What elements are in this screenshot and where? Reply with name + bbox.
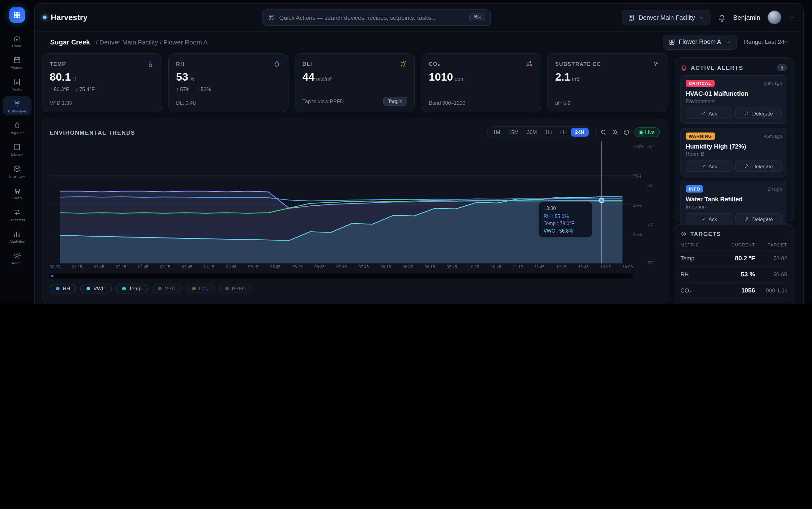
sidebar-item-admin[interactable]: Admin <box>2 248 32 268</box>
range-chip-15m[interactable]: 15M <box>504 128 522 137</box>
inventory-icon <box>13 165 21 173</box>
brand-name: Harvestry <box>51 13 88 22</box>
target-icon <box>680 231 687 237</box>
alert-bell-icon <box>680 64 687 71</box>
room-selector[interactable]: Flower Room A <box>663 34 737 49</box>
trend-scroll-strip[interactable] <box>50 273 633 279</box>
user-menu-chevron-icon[interactable] <box>789 14 795 21</box>
breadcrumb-path[interactable]: / Denver Main Facility / Flower Room A <box>96 39 208 46</box>
ack-button[interactable]: Ack <box>686 161 732 172</box>
sidebar-item-transfers[interactable]: Transfers <box>2 205 32 224</box>
chevron-down-icon <box>699 14 705 21</box>
brand-dot-icon <box>43 15 47 19</box>
kpi-card-substrate-ec[interactable]: SUBSTRATE EC2.1mSpH 5.9 <box>548 54 668 112</box>
kpi-card-co-[interactable]: CO₂1010ppmBand 900–1200 <box>421 54 541 112</box>
thermometer-icon <box>147 60 154 68</box>
wave-icon <box>652 60 660 68</box>
alert-category: Environment <box>686 98 782 104</box>
trends-title: ENVIRONMENTAL TRENDS <box>50 129 135 135</box>
ack-button[interactable]: Ack <box>686 108 732 119</box>
alert-title: Water Tank Refilled <box>686 196 782 203</box>
check-icon <box>701 216 706 222</box>
legend-chip-vwc[interactable]: VWC <box>80 283 112 294</box>
severity-badge: CRITICAL <box>686 80 714 87</box>
targets-panel: TARGETS METRICCURRENTTARGET Temp80.2 °F7… <box>674 224 794 304</box>
facility-selector[interactable]: Denver Main Facility <box>622 9 710 25</box>
sidebar-item-tasks[interactable]: Tasks <box>2 74 32 94</box>
tooltip-row: VWC : 56.8% <box>544 228 587 233</box>
range-chip-4h[interactable]: 4H <box>556 128 571 137</box>
targets-columns: METRICCURRENTTARGET <box>680 242 787 250</box>
kpi-row: TEMP80.1°F↑ 80.3°F↓ 75.4°FVPD 1.33RH53%↑… <box>42 54 668 112</box>
droplet-icon <box>273 60 281 68</box>
sidebar-item-sales[interactable]: Sales <box>2 183 32 202</box>
command-icon: ⌘ <box>268 13 275 21</box>
chevron-down-icon <box>725 39 731 45</box>
kpi-card-temp[interactable]: TEMP80.1°F↑ 80.3°F↓ 75.4°FVPD 1.33 <box>42 54 162 112</box>
room-selector-value: Flower Room A <box>679 38 721 45</box>
range-chip-1h[interactable]: 1H <box>541 128 556 137</box>
sales-icon <box>13 186 21 195</box>
person-icon <box>744 164 750 169</box>
zoom-in-icon[interactable] <box>612 129 618 136</box>
sidebar-item-library[interactable]: Library <box>2 140 32 159</box>
person-icon <box>744 216 750 222</box>
target-row: PPFD1013850-1050 <box>680 299 787 304</box>
tooltip-row: Temp : 78.0°F <box>544 220 587 226</box>
user-name: Benjamin <box>733 13 760 21</box>
grid-icon <box>668 39 675 45</box>
sidebar-item-analytics[interactable]: Analytics <box>2 227 32 246</box>
building-icon <box>628 13 635 21</box>
home-icon <box>13 34 21 43</box>
kpi-card-rh[interactable]: RH53%↑ 57%↓ 52%DL: 0.40 <box>168 54 289 112</box>
trend-x-axis: 00:3001:1501:4502:1502:4503:1503:4504:15… <box>50 264 660 269</box>
alerts-title: ACTIVE ALERTS <box>691 65 743 71</box>
live-badge[interactable]: Live <box>634 127 660 137</box>
sidebar-item-planner[interactable]: Planner <box>2 53 32 72</box>
legend-chip-co[interactable]: CO₂ <box>186 283 215 294</box>
check-icon <box>701 164 706 169</box>
ack-button[interactable]: Ack <box>686 213 732 225</box>
tooltip-time: 13:30 <box>544 205 587 211</box>
notifications-button[interactable] <box>718 13 726 22</box>
sidebar-nav: HomePlannerTasksCultivationIrrigationLib… <box>2 31 32 268</box>
trend-chart[interactable]: 13:30 RH : 55.0%Temp : 78.0°FVWC : 56.8% <box>50 141 633 264</box>
kpi-value: 80.1°F <box>50 71 155 83</box>
admin-icon <box>13 252 21 260</box>
range-chip-30m[interactable]: 30M <box>522 128 541 137</box>
zoom-out-icon[interactable] <box>600 129 607 136</box>
sidebar-item-cultivation[interactable]: Cultivation <box>2 96 32 115</box>
trend-y-axis: 100%75%50%25%85°80°75°70° <box>633 141 660 264</box>
legend-chip-vpd[interactable]: VPD <box>152 283 182 294</box>
user-avatar[interactable] <box>768 10 781 24</box>
alert-category: Irrigation <box>686 204 782 209</box>
legend-chip-rh[interactable]: RH <box>50 283 76 294</box>
targets-title: TARGETS <box>690 231 721 237</box>
planner-icon <box>13 56 21 64</box>
delegate-button[interactable]: Delegate <box>735 108 782 119</box>
kpi-card-dli[interactable]: DLI44mol/m²Tap to view PPFDToggle <box>295 54 415 112</box>
ppfd-toggle-button[interactable]: Toggle <box>383 97 407 105</box>
delegate-button[interactable]: Delegate <box>735 213 782 225</box>
search-shortcut-badge: ⌘K <box>469 13 485 21</box>
legend-chip-temp[interactable]: Temp <box>116 283 148 294</box>
irrigation-icon <box>13 121 21 129</box>
tasks-icon <box>13 77 21 86</box>
target-row: CO₂1056900-1.2k <box>680 282 787 299</box>
trend-tooltip: 13:30 RH : 55.0%Temp : 78.0°FVWC : 56.8% <box>538 201 592 238</box>
brand: Harvestry <box>43 13 131 22</box>
quick-actions-search[interactable]: ⌘ Quick Actions — search devices, recipe… <box>262 9 491 26</box>
breadcrumb-site[interactable]: Sugar Creek <box>51 38 90 46</box>
reset-view-icon[interactable] <box>623 129 630 136</box>
range-chip-group: 1M15M30M1H4H24H <box>487 126 590 138</box>
sidebar-item-irrigation[interactable]: Irrigation <box>2 118 32 137</box>
fan-icon <box>526 60 533 68</box>
alert-title: Humidity High (72%) <box>686 143 782 150</box>
range-chip-24h[interactable]: 24H <box>571 128 589 137</box>
range-chip-1m[interactable]: 1M <box>489 128 504 137</box>
sidebar-item-inventory[interactable]: Inventory <box>2 162 32 181</box>
sidebar-item-home[interactable]: Home <box>2 31 32 50</box>
delegate-button[interactable]: Delegate <box>735 161 782 172</box>
legend-chip-ppfd[interactable]: PPFD <box>219 283 252 294</box>
app-logo-icon[interactable] <box>9 7 25 23</box>
